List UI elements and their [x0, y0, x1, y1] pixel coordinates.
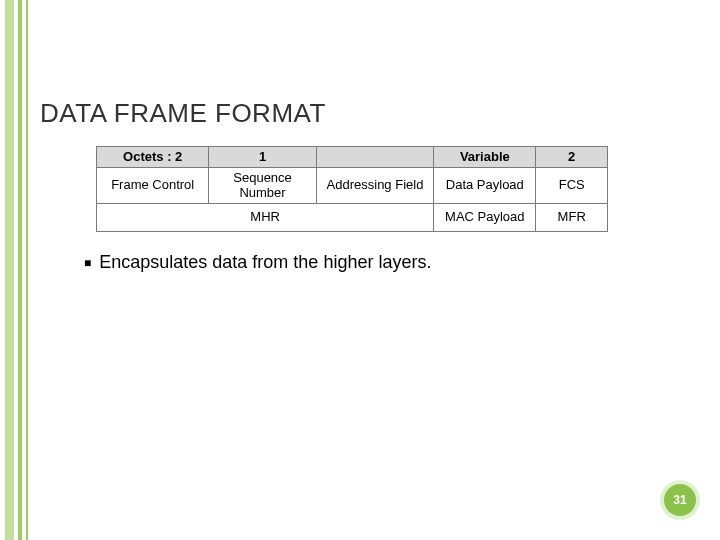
frame-format-table: Octets : 2 1 Variable 2 Frame Control Se…: [96, 146, 608, 232]
header-cell: Octets : 2: [97, 147, 209, 168]
table-row: Frame Control Sequence Number Addressing…: [97, 167, 608, 203]
bullet-icon: ■: [84, 252, 91, 274]
bullet-text: Encapsulates data from the higher layers…: [99, 252, 431, 273]
table-cell-merged: MHR: [97, 203, 434, 231]
bullet-item: ■ Encapsulates data from the higher laye…: [84, 252, 431, 274]
table-cell: Addressing Field: [316, 167, 434, 203]
table-header-row: Octets : 2 1 Variable 2: [97, 147, 608, 168]
header-cell: Variable: [434, 147, 536, 168]
stripe: [5, 0, 14, 540]
decorative-left-stripes: [0, 0, 36, 540]
header-cell: 2: [536, 147, 608, 168]
table-cell: Data Payload: [434, 167, 536, 203]
table-cell: MFR: [536, 203, 608, 231]
table-row: MHR MAC Payload MFR: [97, 203, 608, 231]
table-cell: MAC Payload: [434, 203, 536, 231]
stripe: [18, 0, 22, 540]
page-number: 31: [673, 493, 686, 507]
page-number-badge: 31: [664, 484, 696, 516]
header-cell: [316, 147, 434, 168]
table-cell: Frame Control: [97, 167, 209, 203]
table-cell: Sequence Number: [209, 167, 316, 203]
page-title: DATA FRAME FORMAT: [40, 98, 326, 129]
stripe: [26, 0, 28, 540]
table-cell: FCS: [536, 167, 608, 203]
header-cell: 1: [209, 147, 316, 168]
